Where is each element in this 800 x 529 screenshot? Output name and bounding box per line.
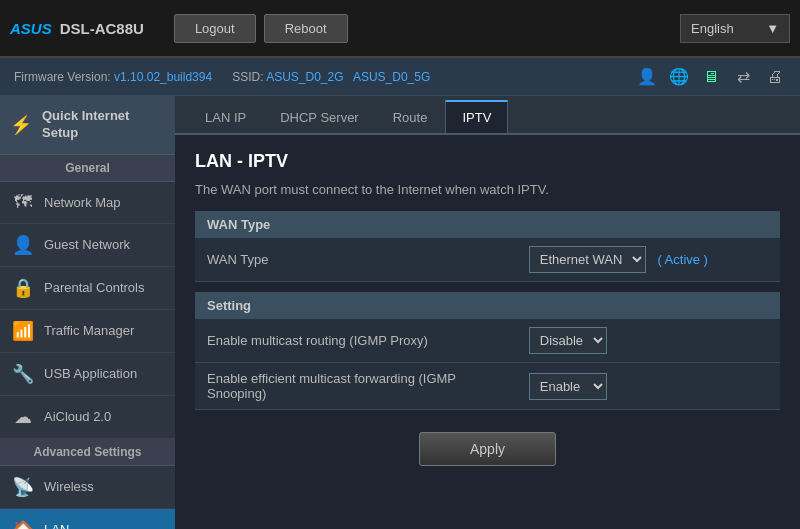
apply-button[interactable]: Apply [419,432,556,466]
firmware-version-link[interactable]: v1.10.02_build394 [114,70,212,84]
page-content: LAN - IPTV The WAN port must connect to … [175,135,800,494]
wan-type-header: WAN Type [195,211,780,238]
wireless-label: Wireless [44,479,94,494]
topbar-buttons: Logout Reboot [174,14,348,43]
page-description: The WAN port must connect to the Interne… [195,182,780,197]
sidebar-item-wireless[interactable]: 📡 Wireless [0,466,175,509]
sidebar-item-parental-controls[interactable]: 🔒 Parental Controls [0,267,175,310]
content-area: LAN IP DHCP Server Route IPTV LAN - IPTV… [175,96,800,529]
traffic-manager-icon: 📶 [12,320,34,342]
ssid-5g-link[interactable]: ASUS_D0_5G [353,70,430,84]
wan-type-value: Ethernet WAN USB ( Active ) [517,238,780,282]
apply-row: Apply [195,420,780,478]
quick-setup-text: Quick InternetSetup [42,108,129,142]
globe-icon[interactable]: 🌐 [668,66,690,88]
wan-type-status: ( Active ) [657,252,708,267]
ssid-label: SSID: [232,70,263,84]
advanced-section-header: Advanced Settings [0,439,175,466]
sidebar-item-usb-application[interactable]: 🔧 USB Application [0,353,175,396]
multicast-routing-label: Enable multicast routing (IGMP Proxy) [195,319,517,363]
main: ⚡ Quick InternetSetup General 🗺 Network … [0,96,800,529]
network-map-icon: 🗺 [12,192,34,213]
multicast-routing-select[interactable]: Disable Enable [529,327,607,354]
sidebar: ⚡ Quick InternetSetup General 🗺 Network … [0,96,175,529]
network-icon[interactable]: 🖥 [700,66,722,88]
network-map-label: Network Map [44,195,121,210]
wan-type-select[interactable]: Ethernet WAN USB [529,246,646,273]
reboot-button[interactable]: Reboot [264,14,348,43]
user-icon[interactable]: 👤 [636,66,658,88]
multicast-forwarding-label: Enable efficient multicast forwarding (I… [195,363,517,410]
guest-network-icon: 👤 [12,234,34,256]
sidebar-general-items: 🗺 Network Map 👤 Guest Network 🔒 Parental… [0,182,175,439]
tab-lan-ip[interactable]: LAN IP [189,100,262,133]
multicast-routing-row: Enable multicast routing (IGMP Proxy) Di… [195,319,780,363]
multicast-forwarding-value: Enable Disable [517,363,780,410]
usb-icon[interactable]: ⇄ [732,66,754,88]
topbar: ASUS DSL-AC88U Logout Reboot English ▼ [0,0,800,58]
setting-table: Setting Enable multicast routing (IGMP P… [195,292,780,410]
usb-application-icon: 🔧 [12,363,34,385]
logo-brand: ASUS [10,20,52,37]
tab-bar: LAN IP DHCP Server Route IPTV [175,96,800,135]
quick-setup-icon: ⚡ [10,114,32,136]
wan-type-label: WAN Type [195,238,517,282]
quick-setup[interactable]: ⚡ Quick InternetSetup [0,96,175,155]
subheader: Firmware Version: v1.10.02_build394 SSID… [0,58,800,96]
logo: ASUS DSL-AC88U [10,20,144,37]
aicloud-label: AiCloud 2.0 [44,409,111,424]
print-icon[interactable]: 🖨 [764,66,786,88]
wireless-icon: 📡 [12,476,34,498]
firmware-label: Firmware Version: [14,70,111,84]
firmware-info: Firmware Version: v1.10.02_build394 [14,70,212,84]
lan-icon: 🏠 [12,519,34,529]
sidebar-item-aicloud[interactable]: ☁ AiCloud 2.0 [0,396,175,439]
language-label: English [691,21,734,36]
wan-type-row: WAN Type Ethernet WAN USB ( Active ) [195,238,780,282]
parental-controls-label: Parental Controls [44,280,144,295]
wan-type-table: WAN Type WAN Type Ethernet WAN USB ( Act… [195,211,780,282]
setting-header: Setting [195,292,780,319]
tab-iptv[interactable]: IPTV [445,100,508,133]
ssid-2g-link[interactable]: ASUS_D0_2G [266,70,343,84]
traffic-manager-label: Traffic Manager [44,323,134,338]
usb-application-label: USB Application [44,366,137,381]
sidebar-item-guest-network[interactable]: 👤 Guest Network [0,224,175,267]
parental-controls-icon: 🔒 [12,277,34,299]
tab-route[interactable]: Route [377,100,444,133]
sidebar-item-traffic-manager[interactable]: 📶 Traffic Manager [0,310,175,353]
sidebar-item-network-map[interactable]: 🗺 Network Map [0,182,175,224]
header-icons: 👤 🌐 🖥 ⇄ 🖨 [636,66,786,88]
multicast-routing-value: Disable Enable [517,319,780,363]
language-selector[interactable]: English ▼ [680,14,790,43]
multicast-forwarding-row: Enable efficient multicast forwarding (I… [195,363,780,410]
page-title: LAN - IPTV [195,151,780,172]
general-section-header: General [0,155,175,182]
lan-label: LAN [44,522,69,529]
multicast-forwarding-select[interactable]: Enable Disable [529,373,607,400]
logout-button[interactable]: Logout [174,14,256,43]
ssid-info: SSID: ASUS_D0_2G ASUS_D0_5G [232,70,430,84]
guest-network-label: Guest Network [44,237,130,252]
aicloud-icon: ☁ [12,406,34,428]
logo-model: DSL-AC88U [60,20,144,37]
tab-dhcp-server[interactable]: DHCP Server [264,100,375,133]
sidebar-item-lan[interactable]: 🏠 LAN [0,509,175,529]
chevron-down-icon: ▼ [766,21,779,36]
